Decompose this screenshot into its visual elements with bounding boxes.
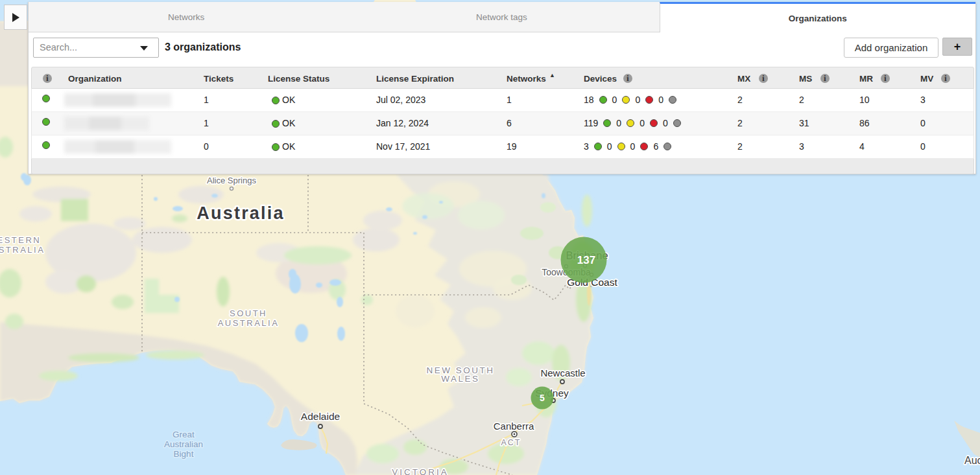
svg-text:VICTORIA: VICTORIA [392, 467, 449, 475]
svg-text:Bight: Bight [174, 449, 194, 459]
svg-text:Australian: Australian [164, 439, 203, 449]
svg-text:WALES: WALES [441, 374, 479, 384]
svg-text:WESTERN: WESTERN [0, 235, 41, 245]
svg-text:Australia: Australia [197, 203, 284, 223]
svg-text:5: 5 [540, 393, 545, 403]
svg-text:AUSTRALIA: AUSTRALIA [0, 245, 45, 255]
svg-text:SOUTH: SOUTH [230, 308, 267, 318]
svg-text:Newcastle: Newcastle [540, 367, 585, 378]
svg-text:Alice Springs: Alice Springs [207, 176, 256, 185]
svg-text:Great: Great [173, 430, 195, 439]
svg-text:ACT: ACT [501, 438, 521, 447]
svg-text:Canberra: Canberra [494, 421, 534, 432]
svg-text:137: 137 [577, 254, 595, 266]
svg-text:Adelaide: Adelaide [301, 411, 340, 422]
svg-text:Auck: Auck [964, 455, 980, 466]
svg-text:AUSTRALIA: AUSTRALIA [218, 318, 280, 328]
